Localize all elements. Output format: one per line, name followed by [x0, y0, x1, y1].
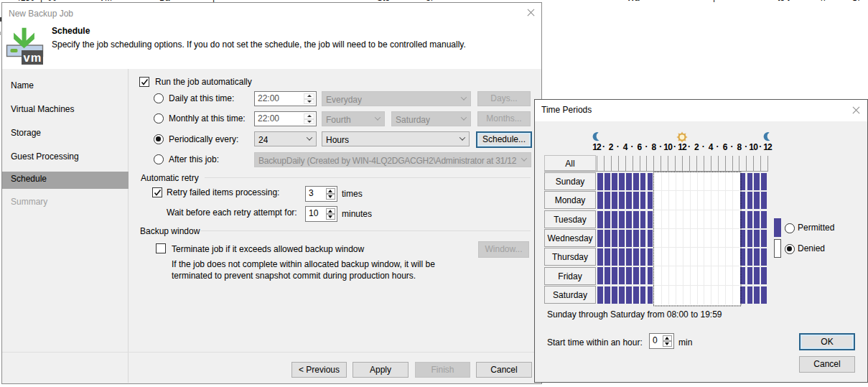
svg-text:vm: vm: [24, 51, 42, 64]
